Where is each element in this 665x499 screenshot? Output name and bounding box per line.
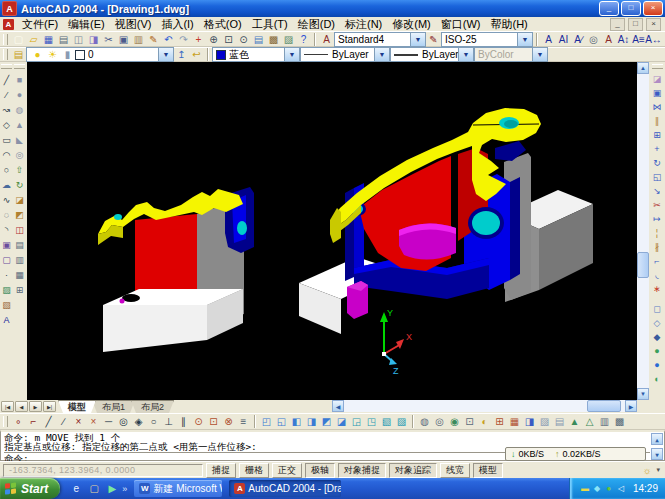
dim-style-combo[interactable]: ISO-25 ▼ — [441, 32, 533, 47]
drawing-canvas[interactable]: Y X Z — [27, 62, 637, 400]
status-toggle-ortho[interactable]: 正交 — [272, 463, 302, 478]
view-front-icon[interactable]: ◩ — [319, 415, 334, 429]
layer-freeze-icon[interactable]: ☀ — [45, 48, 60, 62]
menu-item-insert[interactable]: 插入(I) — [156, 17, 198, 31]
cut-icon[interactable]: ✂ — [101, 32, 116, 46]
mirror-icon[interactable]: ⋈ — [650, 100, 664, 114]
start-button[interactable]: Start — [0, 478, 60, 499]
scenes-icon[interactable]: ⊡ — [462, 415, 477, 429]
toolbar-grip[interactable] — [1, 64, 12, 69]
construction-line-icon[interactable]: ⁄ — [0, 87, 13, 102]
markup-icon[interactable]: ▨ — [281, 32, 296, 46]
menu-item-draw[interactable]: 绘图(D) — [293, 17, 340, 31]
tab-next-button[interactable]: ▶ — [29, 401, 42, 412]
scroll-down-button[interactable]: ▼ — [637, 388, 649, 400]
multiline-text-icon[interactable]: A — [0, 312, 13, 327]
setup-profile-icon[interactable]: ▦ — [13, 267, 26, 282]
3d-orbit-icon[interactable]: ◍ — [417, 415, 432, 429]
landscape-new-icon[interactable]: ▲ — [567, 415, 582, 429]
polyline-icon[interactable]: ↝ — [0, 102, 13, 117]
zoom-previous-icon[interactable]: ⊙ — [236, 32, 251, 46]
redo-icon[interactable]: ↷ — [176, 32, 191, 46]
properties-icon[interactable]: ▤ — [251, 32, 266, 46]
wedge-icon[interactable]: ◣ — [13, 132, 26, 147]
point-icon[interactable]: · — [0, 267, 13, 282]
view-se-iso-icon[interactable]: ◳ — [364, 415, 379, 429]
horizontal-scroll-thumb[interactable] — [587, 400, 621, 412]
endpoint-snap-icon[interactable]: ╱ — [41, 415, 56, 429]
tab-last-button[interactable]: ▶| — [43, 401, 56, 412]
polygon-icon[interactable]: ◇ — [0, 117, 13, 132]
status-toggle-lineweight[interactable]: 线宽 — [440, 463, 470, 478]
hatch-icon[interactable]: ▨ — [0, 282, 13, 297]
fillet-icon[interactable]: ◟ — [650, 268, 664, 282]
midpoint-snap-icon[interactable]: ∕ — [56, 415, 71, 429]
setup-view-icon[interactable]: ▥ — [13, 252, 26, 267]
extend-icon[interactable]: ↦ — [650, 212, 664, 226]
sphere-icon[interactable]: ● — [13, 87, 26, 102]
chamfer-icon[interactable]: ⌐ — [650, 254, 664, 268]
parallel-snap-icon[interactable]: ∥ — [176, 415, 191, 429]
chevron-down-icon[interactable]: ▼ — [284, 48, 299, 61]
tab-first-button[interactable]: |◀ — [1, 401, 14, 412]
interfere-icon[interactable]: ◫ — [13, 222, 26, 237]
trim-icon[interactable]: ✂ — [650, 198, 664, 212]
fog-icon[interactable]: ▤ — [552, 415, 567, 429]
tray-volume-icon[interactable]: ◁ — [615, 483, 627, 495]
layer-lock-icon[interactable]: ▮ — [60, 48, 75, 62]
2d-wireframe-icon[interactable]: ◻ — [650, 302, 664, 316]
justify-text-icon[interactable]: A≡ — [631, 32, 646, 46]
menu-item-window[interactable]: 窗口(W) — [436, 17, 486, 31]
mdi-restore-button[interactable]: □ — [628, 18, 643, 31]
publish-icon[interactable]: ◨ — [86, 32, 101, 46]
intersection-snap-icon[interactable]: × — [71, 415, 86, 429]
rectangle-icon[interactable]: ▭ — [0, 132, 13, 147]
circle-icon[interactable]: ○ — [0, 162, 13, 177]
designcenter-icon[interactable]: ▩ — [266, 32, 281, 46]
menu-item-tools[interactable]: 工具(T) — [247, 17, 293, 31]
tray-update-icon[interactable]: ● — [603, 483, 615, 495]
arc-icon[interactable]: ◠ — [0, 147, 13, 162]
statistics-icon[interactable]: ▩ — [612, 415, 627, 429]
slice-icon[interactable]: ◪ — [13, 192, 26, 207]
minimize-button[interactable]: _ — [599, 1, 619, 16]
menu-item-file[interactable]: 文件(F) — [17, 17, 63, 31]
materials-library-icon[interactable]: ▦ — [507, 415, 522, 429]
toolbar-grip[interactable] — [652, 64, 663, 69]
toolbar-grip[interactable] — [3, 34, 8, 45]
scroll-right-button[interactable]: ▶ — [625, 400, 637, 412]
quick-launch-chevron-icon[interactable]: » — [122, 484, 127, 494]
convert-distance-icon[interactable]: A↔ — [646, 32, 661, 46]
scroll-up-button[interactable]: ▲ — [637, 62, 649, 74]
mdi-minimize-button[interactable]: _ — [610, 18, 625, 31]
quadrant-snap-icon[interactable]: ◈ — [131, 415, 146, 429]
menu-item-modify[interactable]: 修改(M) — [387, 17, 436, 31]
hide-icon[interactable]: ◎ — [432, 415, 447, 429]
erase-icon[interactable]: ◪ — [650, 72, 664, 86]
status-caret-icon[interactable]: ▾ — [656, 466, 660, 474]
landscape-edit-icon[interactable]: △ — [582, 415, 597, 429]
insert-block-icon[interactable]: ▣ — [0, 237, 13, 252]
ie-icon[interactable]: e — [68, 481, 84, 497]
view-sw-iso-icon[interactable]: ◲ — [349, 415, 364, 429]
layer-previous-icon[interactable]: ↩ — [189, 48, 204, 62]
color-combo[interactable]: 蓝色 ▼ — [212, 47, 300, 62]
edit-text-icon[interactable]: A∕ — [571, 32, 586, 46]
tab-model[interactable]: 模型 — [58, 400, 96, 413]
extrude-icon[interactable]: ⇧ — [13, 162, 26, 177]
communication-center-icon[interactable]: ☼ — [639, 463, 654, 477]
scroll-down-button[interactable]: ▼ — [651, 448, 663, 460]
scale-text-icon[interactable]: A↕ — [616, 32, 631, 46]
move-icon[interactable]: + — [650, 142, 664, 156]
save-icon[interactable]: ▦ — [41, 32, 56, 46]
break-icon[interactable]: ∦ — [650, 240, 664, 254]
chevron-down-icon[interactable]: ▼ — [410, 33, 425, 46]
line-icon[interactable]: ╱ — [0, 72, 13, 87]
nearest-snap-icon[interactable]: ⊗ — [221, 415, 236, 429]
ellipse-icon[interactable]: ◌ — [0, 207, 13, 222]
scale-icon[interactable]: ◱ — [650, 170, 664, 184]
help-icon[interactable]: ? — [296, 32, 311, 46]
horizontal-scrollbar[interactable]: ◀ ▶ — [332, 400, 637, 412]
undo-icon[interactable]: ↶ — [161, 32, 176, 46]
tray-display-icon[interactable]: ▬ — [579, 483, 591, 495]
